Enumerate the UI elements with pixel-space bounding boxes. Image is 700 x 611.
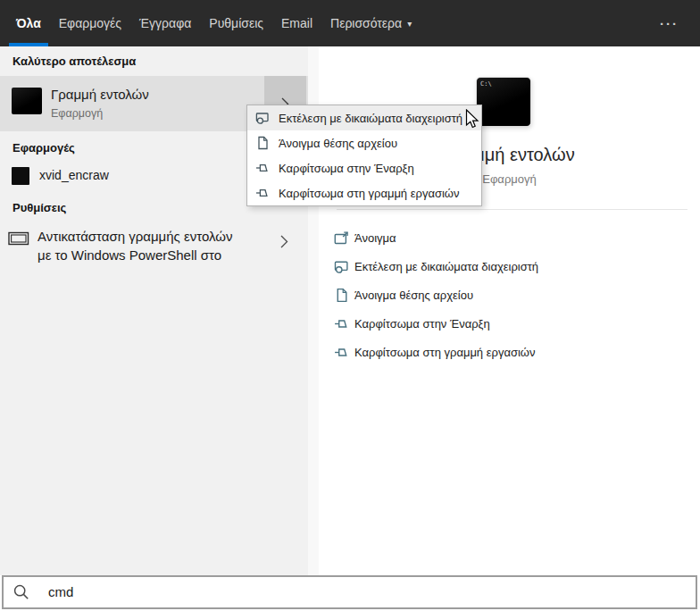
cmd-prompt-text: C:\ xyxy=(480,80,492,88)
cmd-icon-large: C:\ xyxy=(476,77,531,127)
tab-more-label: Περισσότερα xyxy=(330,16,402,30)
apps-section-header: Εφαρμογές xyxy=(12,141,75,155)
action-run-as-admin-label: Εκτέλεση με δικαιώματα διαχειριστή xyxy=(354,260,538,273)
preview-action-list: Άνοιγμα Εκτέλεση με δικαιώματα διαχειρισ… xyxy=(319,223,700,366)
search-box[interactable]: cmd xyxy=(2,575,697,609)
tab-more[interactable]: Περισσότερα ▾ xyxy=(321,0,421,46)
result-replace-cmd-powershell[interactable]: Αντικατάσταση γραμμής εντολών με το Wind… xyxy=(0,223,308,273)
menu-item-open-file-location-label: Άνοιγμα θέσης αρχείου xyxy=(279,137,397,150)
settings-result-label: Αντικατάσταση γραμμής εντολών με το Wind… xyxy=(38,227,232,264)
action-run-as-admin[interactable]: Εκτέλεση με δικαιώματα διαχειριστή xyxy=(319,252,700,280)
tab-settings[interactable]: Ρυθμίσεις xyxy=(200,0,272,46)
cmd-icon xyxy=(12,88,42,114)
more-options-button[interactable]: ··· xyxy=(660,0,700,46)
tab-email-label: Email xyxy=(281,16,312,30)
pin-icon xyxy=(255,186,270,200)
tab-settings-label: Ρυθμίσεις xyxy=(209,16,263,30)
app-square-icon xyxy=(12,167,29,185)
settings-section-header: Ρυθμίσεις xyxy=(12,201,66,214)
tab-documents-label: Έγγραφα xyxy=(139,16,191,30)
settings-result-line1: Αντικατάσταση γραμμής εντολών xyxy=(38,227,232,246)
search-filter-bar: Όλα Εφαρμογές Έγγραφα Ρυθμίσεις Email Πε… xyxy=(0,0,700,46)
file-location-icon xyxy=(334,288,350,303)
pin-icon xyxy=(255,161,270,175)
open-icon xyxy=(334,230,350,246)
caret-down-icon: ▾ xyxy=(407,19,412,29)
search-icon xyxy=(13,584,29,600)
best-match-header: Καλύτερο αποτέλεσμα xyxy=(12,54,136,68)
menu-item-pin-to-taskbar[interactable]: Καρφίτσωμα στη γραμμή εργασιών xyxy=(247,180,481,205)
menu-item-pin-to-start[interactable]: Καρφίτσωμα στην Έναρξη xyxy=(247,155,481,180)
menu-item-pin-to-taskbar-label: Καρφίτσωμα στη γραμμή εργασιών xyxy=(279,187,459,200)
action-pin-to-start-label: Καρφίτσωμα στην Έναρξη xyxy=(354,317,490,331)
settings-result-line2: με το Windows PowerShell στο xyxy=(38,246,232,264)
action-open-file-location[interactable]: Άνοιγμα θέσης αρχείου xyxy=(319,280,700,309)
best-match-subtitle: Εφαρμογή xyxy=(51,107,103,120)
action-open[interactable]: Άνοιγμα xyxy=(319,223,700,252)
ellipsis-icon: ··· xyxy=(660,16,679,31)
app-result-title: xvid_encraw xyxy=(39,168,109,182)
tab-apps[interactable]: Εφαρμογές xyxy=(50,0,130,46)
action-open-label: Άνοιγμα xyxy=(354,231,396,245)
pin-icon xyxy=(334,316,350,331)
menu-item-open-file-location[interactable]: Άνοιγμα θέσης αρχείου xyxy=(247,130,481,155)
divider xyxy=(337,209,688,210)
run-as-admin-icon xyxy=(255,111,270,125)
action-open-file-location-label: Άνοιγμα θέσης αρχείου xyxy=(354,289,473,302)
action-pin-to-taskbar-label: Καρφίτσωμα στη γραμμή εργασιών xyxy=(354,346,535,359)
action-pin-to-start[interactable]: Καρφίτσωμα στην Έναρξη xyxy=(319,309,700,338)
pin-icon xyxy=(334,345,350,360)
context-menu: Εκτέλεση με δικαιώματα διαχειριστή Άνοιγ… xyxy=(246,105,482,206)
menu-item-run-as-admin-label: Εκτέλεση με δικαιώματα διαχειριστή xyxy=(279,112,462,125)
tab-all[interactable]: Όλα xyxy=(7,0,50,46)
search-input-value[interactable]: cmd xyxy=(48,577,73,607)
tab-email[interactable]: Email xyxy=(272,0,321,46)
run-as-admin-icon xyxy=(334,259,350,274)
menu-item-pin-to-start-label: Καρφίτσωμα στην Έναρξη xyxy=(279,162,414,175)
best-match-title: Γραμμή εντολών xyxy=(51,87,149,102)
tab-all-label: Όλα xyxy=(16,16,41,30)
mouse-cursor-icon xyxy=(465,109,480,130)
console-window-icon xyxy=(8,231,29,246)
chevron-right-icon[interactable] xyxy=(280,235,288,248)
menu-item-run-as-admin[interactable]: Εκτέλεση με δικαιώματα διαχειριστή xyxy=(247,105,481,130)
tab-documents[interactable]: Έγγραφα xyxy=(130,0,200,46)
action-pin-to-taskbar[interactable]: Καρφίτσωμα στη γραμμή εργασιών xyxy=(319,338,700,366)
tab-apps-label: Εφαρμογές xyxy=(59,16,121,30)
file-location-icon xyxy=(255,136,270,150)
